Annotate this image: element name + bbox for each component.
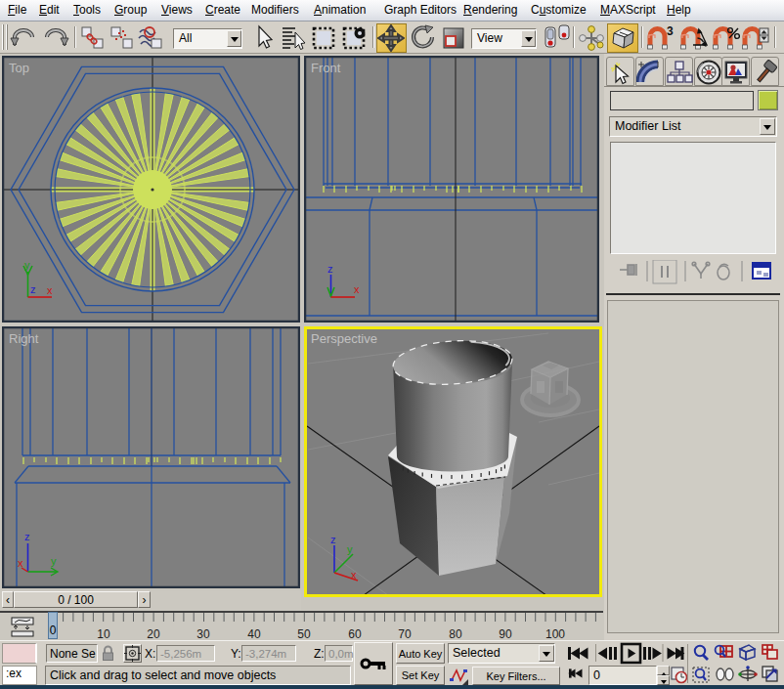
svg-text:y: y [347,543,353,555]
svg-text:z: z [330,534,336,545]
svg-text:50: 50 [297,627,311,640]
svg-text:x: x [351,569,357,581]
svg-text:30: 30 [196,627,210,640]
svg-text:Perspective: Perspective [311,331,377,346]
svg-text:60: 60 [348,627,362,640]
svg-text:70: 70 [398,627,412,640]
svg-text:10: 10 [97,627,110,640]
svg-text:z: z [24,531,30,542]
svg-text:Right: Right [9,331,39,346]
svg-text:20: 20 [147,627,160,640]
svg-text:x: x [354,283,360,295]
svg-text:Front: Front [311,61,341,75]
svg-text:x: x [18,557,23,569]
svg-text:3: 3 [667,24,674,38]
svg-text:80: 80 [449,627,462,640]
svg-text:100: 100 [545,627,565,640]
svg-text:Top: Top [9,61,29,75]
svg-text:y: y [51,555,57,567]
svg-text:40: 40 [247,627,261,640]
svg-text:90: 90 [499,627,512,640]
svg-text:x: x [47,284,53,296]
svg-text:z: z [30,283,36,295]
svg-text:z: z [327,263,333,275]
